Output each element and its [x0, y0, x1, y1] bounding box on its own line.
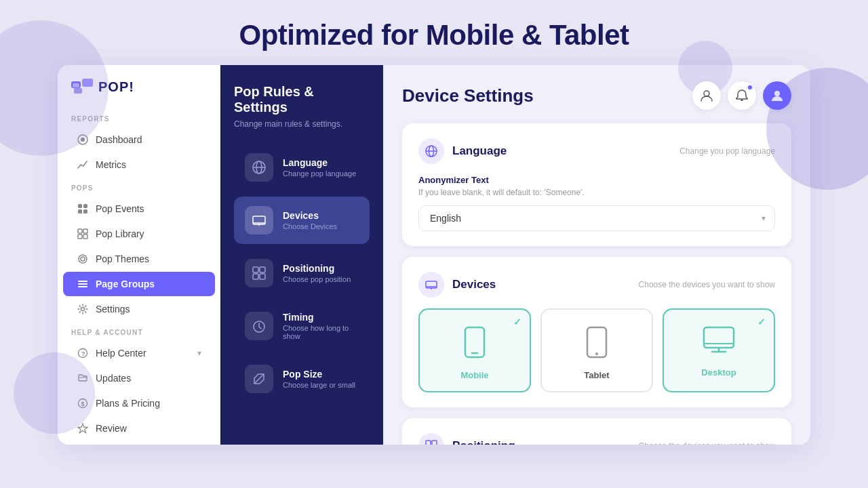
- svg-rect-7: [83, 204, 87, 208]
- app-container: POP! REPORTS Dashboard Metrics POPS: [58, 65, 810, 445]
- sidebar-label-settings: Settings: [96, 304, 130, 314]
- middle-panel-subtitle: Change main rules & settings.: [234, 119, 370, 129]
- svg-point-39: [774, 91, 780, 96]
- menu-card-pop-size[interactable]: Pop Size Choose large or small: [234, 355, 370, 403]
- pop-size-menu-title: Pop Size: [283, 369, 359, 380]
- sidebar-label-dashboard: Dashboard: [96, 134, 142, 145]
- sidebar-item-pop-events[interactable]: Pop Events: [63, 197, 215, 221]
- desktop-check-icon: ✓: [757, 317, 766, 327]
- sidebar-label-pop-themes: Pop Themes: [96, 253, 149, 264]
- pop-library-icon: [77, 228, 89, 240]
- positioning-card-title: Positioning: [452, 439, 515, 445]
- positioning-card-header-left: Positioning: [418, 433, 515, 445]
- svg-line-37: [254, 374, 264, 384]
- svg-point-15: [81, 257, 85, 261]
- svg-rect-11: [83, 229, 87, 233]
- menu-card-positioning[interactable]: Positioning Choose pop position: [234, 249, 370, 297]
- language-select[interactable]: English Spanish French German Italian: [418, 205, 775, 231]
- svg-rect-8: [78, 209, 82, 214]
- timing-menu-title: Timing: [283, 312, 359, 323]
- devices-card-icon: [418, 272, 444, 298]
- middle-panel-title: Pop Rules & Settings: [234, 84, 370, 115]
- sidebar-label-review: Review: [96, 423, 127, 434]
- language-menu-text: Language Change pop language: [283, 157, 359, 178]
- positioning-card-icon: [418, 433, 444, 445]
- svg-rect-10: [78, 229, 82, 233]
- sidebar-label-metrics: Metrics: [96, 159, 126, 170]
- mobile-label: Mobile: [460, 370, 488, 380]
- svg-rect-34: [253, 274, 258, 279]
- svg-rect-50: [704, 327, 734, 348]
- svg-rect-32: [253, 267, 258, 272]
- svg-rect-13: [83, 235, 87, 239]
- sidebar-label-updates: Updates: [96, 373, 131, 384]
- svg-rect-55: [432, 441, 437, 445]
- devices-menu-title: Devices: [283, 210, 359, 221]
- sidebar-item-help-center[interactable]: ? Help Center ▾: [63, 341, 215, 365]
- positioning-menu-text: Positioning Choose pop position: [283, 263, 359, 283]
- sidebar-item-pop-themes[interactable]: Pop Themes: [63, 247, 215, 271]
- svg-point-49: [595, 352, 598, 355]
- notifications-button[interactable]: [728, 81, 756, 110]
- sidebar-item-review[interactable]: Review: [63, 416, 215, 441]
- positioning-card-description: Choose the devices you want to show: [639, 441, 775, 445]
- middle-panel: Pop Rules & Settings Change main rules &…: [220, 65, 383, 445]
- devices-menu-icon: [245, 206, 273, 235]
- svg-rect-35: [260, 274, 265, 279]
- devices-card: Devices Choose the devices you want to s…: [402, 257, 791, 407]
- svg-rect-33: [260, 267, 265, 272]
- devices-card-title: Devices: [452, 278, 496, 291]
- svg-text:?: ?: [81, 350, 85, 357]
- sidebar-label-help-center: Help Center: [96, 348, 146, 359]
- positioning-card: Positioning Choose the devices you want …: [402, 418, 791, 445]
- anonymizer-hint: If you leave blank, it will default to: …: [418, 188, 775, 197]
- sidebar-label-pop-library: Pop Library: [96, 228, 144, 239]
- sidebar-section-help: HELP & ACCOUNT: [58, 322, 220, 340]
- pop-size-menu-text: Pop Size Choose large or small: [283, 369, 359, 389]
- language-card-description: Change you pop language: [679, 146, 775, 156]
- sidebar-label-plans-pricing: Plans & Pricing: [96, 398, 160, 409]
- mobile-icon: [461, 326, 488, 365]
- timing-menu-text: Timing Choose how long to show: [283, 312, 359, 340]
- svg-rect-12: [78, 235, 82, 239]
- notification-dot: [747, 84, 753, 91]
- sidebar-item-settings[interactable]: Settings: [63, 297, 215, 321]
- help-icon: ?: [77, 347, 89, 359]
- menu-card-devices[interactable]: Devices Choose Devices: [234, 197, 370, 244]
- device-card-mobile[interactable]: ✓ Mobile: [418, 308, 531, 392]
- positioning-card-header: Positioning Choose the devices you want …: [418, 433, 775, 445]
- svg-rect-54: [426, 441, 431, 445]
- menu-card-language[interactable]: Language Change pop language: [234, 144, 370, 191]
- pop-events-icon: [77, 203, 89, 215]
- settings-icon: [77, 303, 89, 315]
- desktop-label: Desktop: [701, 367, 736, 378]
- language-menu-sub: Change pop language: [283, 169, 359, 178]
- positioning-menu-title: Positioning: [283, 263, 359, 274]
- devices-menu-sub: Choose Devices: [283, 222, 359, 230]
- mobile-check-icon: ✓: [513, 317, 521, 327]
- page-title: Optimized for Mobile & Tablet: [0, 19, 868, 52]
- sidebar-label-pop-events: Pop Events: [96, 203, 144, 214]
- svg-point-19: [81, 308, 85, 311]
- device-card-desktop[interactable]: ✓ Desktop: [663, 308, 775, 392]
- sidebar-item-page-groups[interactable]: Page Groups: [63, 272, 215, 296]
- sidebar-item-metrics[interactable]: Metrics: [63, 152, 215, 177]
- menu-card-timing[interactable]: Timing Choose how long to show: [234, 302, 370, 350]
- tablet-icon: [585, 326, 608, 365]
- svg-rect-6: [78, 204, 82, 208]
- pop-themes-icon: [77, 253, 89, 265]
- page-title-area: Optimized for Mobile & Tablet: [0, 0, 868, 65]
- devices-menu-text: Devices Choose Devices: [283, 210, 359, 230]
- device-card-tablet[interactable]: Tablet: [540, 308, 653, 392]
- sidebar-item-pop-library[interactable]: Pop Library: [63, 222, 215, 246]
- user-avatar-button[interactable]: [763, 81, 791, 110]
- language-card-title: Language: [452, 144, 507, 158]
- user-profile-button[interactable]: [692, 81, 721, 110]
- sidebar-section-pops: POPS: [58, 178, 220, 196]
- language-menu-title: Language: [283, 157, 359, 168]
- tablet-label: Tablet: [584, 370, 609, 380]
- main-header: Device Settings: [402, 81, 791, 110]
- language-select-wrapper: English Spanish French German Italian ▾: [418, 205, 775, 231]
- page-groups-icon: [77, 278, 89, 290]
- devices-card-description: Choose the devices you want to show: [639, 280, 775, 289]
